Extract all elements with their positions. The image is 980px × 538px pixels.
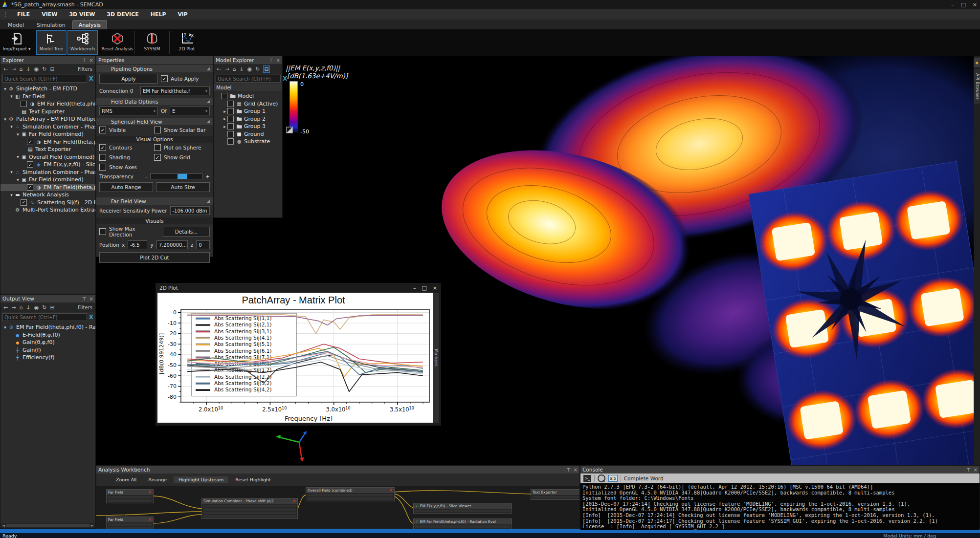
workbench-canvas[interactable]: Far Field×Far Field×Simulation Combiner …	[96, 486, 579, 529]
tree-item[interactable]: Model	[214, 92, 282, 100]
plot-2d-cut-button[interactable]: Plot 2D Cut	[99, 252, 210, 263]
item-checkbox[interactable]	[227, 101, 234, 107]
details-button[interactable]: Details...	[163, 227, 210, 237]
item-checkbox[interactable]: ✓	[27, 161, 33, 168]
tab-model[interactable]: Model	[2, 21, 30, 29]
transparency-minus[interactable]: -	[145, 173, 147, 179]
tree-item[interactable]: ✓Scattering Sij(f) - 2D Plot	[0, 199, 95, 207]
pin-icon[interactable]: ⊤	[82, 58, 87, 63]
visible-checkbox[interactable]: ✓	[99, 127, 106, 133]
item-checkbox[interactable]	[221, 93, 227, 99]
transparency-plus[interactable]: +	[205, 173, 210, 179]
down-icon[interactable]: ↓	[239, 66, 244, 72]
tree-item[interactable]: Grid (Active)	[214, 100, 282, 108]
close-icon[interactable]: ×	[433, 285, 437, 291]
2d-plot-window[interactable]: 2D Plot – □ × PatchArray - Matrix Plot 0…	[155, 282, 442, 426]
position-x-field[interactable]: -6.5	[128, 240, 147, 249]
receiver-sensitivity-field[interactable]: -106.000 dBm	[170, 206, 210, 215]
item-checkbox[interactable]	[227, 131, 234, 137]
down-icon[interactable]: ↓	[26, 66, 30, 72]
minimize-icon[interactable]: –	[951, 1, 954, 8]
api-browser-tab[interactable]: API Browser	[974, 69, 980, 104]
refresh-icon[interactable]: ↻	[42, 66, 46, 72]
clear-search-icon[interactable]: X	[89, 75, 93, 82]
pin-icon[interactable]: ⊤	[566, 467, 571, 473]
workbench-node[interactable]: Far Field×	[106, 516, 154, 529]
tree-item[interactable]: ▾PatchArray - EM FDTD Multiport	[0, 115, 95, 123]
tree-item[interactable]: ▾Overall Field (combined)	[0, 153, 95, 161]
maximize-icon[interactable]: □	[960, 1, 965, 8]
toolbar-button-imp-export[interactable]: Imp/Export ▾	[1, 30, 32, 55]
workbench-node[interactable]: Far Field×	[106, 489, 154, 503]
workbench-node[interactable]: Text Exporter×	[531, 489, 579, 500]
expander-icon[interactable]: ▾	[9, 94, 14, 99]
menu-item-file[interactable]: FILE	[11, 11, 36, 18]
workbench-button-highlight-upstream[interactable]: Highlight Upstream	[174, 476, 228, 483]
markers-side-tab[interactable]: Markers	[433, 293, 439, 423]
tree-item[interactable]: ▾SinglePatch - EM FDTD	[0, 85, 95, 93]
maximize-icon[interactable]: □	[422, 285, 426, 291]
tree-item[interactable]: ▾Far Field	[0, 93, 95, 101]
close-icon[interactable]: ×	[973, 1, 977, 8]
expander-icon[interactable]: ▾	[2, 325, 8, 330]
tree-item[interactable]: ▸Group 2	[214, 115, 282, 123]
tree-item[interactable]: EM Far Field(theta,phi,f0)⚠	[0, 100, 95, 108]
item-checkbox[interactable]: ✓	[27, 184, 33, 191]
expander-icon[interactable]: ▾	[2, 86, 8, 91]
expander-icon[interactable]: ▸	[222, 116, 227, 121]
forward-icon[interactable]: →	[11, 304, 16, 311]
refresh-icon[interactable]: ↻	[42, 304, 46, 311]
tree-item[interactable]: ▸Group 1	[214, 108, 282, 115]
item-checkbox[interactable]: ✓	[27, 139, 33, 145]
tree-item[interactable]: Gain(θ,φ,f0)	[0, 339, 95, 346]
back-icon[interactable]: ←	[3, 66, 8, 72]
expander-icon[interactable]: ▾	[2, 117, 8, 122]
rms-dropdown[interactable]: RMS▾	[99, 107, 158, 115]
spherical-field-view-header[interactable]: Spherical Field View◢	[96, 118, 213, 125]
item-checkbox[interactable]	[227, 116, 234, 122]
toolbar-button-model-tree[interactable]: Model Tree	[36, 30, 67, 55]
tree-item[interactable]: Ground	[214, 130, 282, 138]
tree-item[interactable]: Efficiency(f)	[0, 354, 95, 362]
remove-node-icon[interactable]: ×	[389, 488, 393, 493]
collapse-all-icon[interactable]: ⊟	[50, 304, 54, 311]
expander-icon[interactable]: ▾	[9, 170, 14, 174]
expander-icon[interactable]: ▾	[15, 177, 21, 182]
search-icon[interactable]	[598, 474, 605, 482]
expander-icon[interactable]: ▾	[9, 124, 14, 129]
item-checkbox[interactable]: ✓	[21, 199, 27, 206]
auto-size-button[interactable]: Auto Size	[156, 182, 210, 192]
clear-search-icon[interactable]: X	[283, 75, 287, 82]
collapse-all-icon[interactable]: ⊟	[263, 65, 269, 73]
tree-item[interactable]: ▾Network Analysis	[0, 191, 95, 199]
expander-icon[interactable]: ▸	[222, 109, 227, 114]
menu-item-3d-view[interactable]: 3D VIEW	[63, 11, 101, 18]
tab-analysis[interactable]: Analysis	[72, 20, 107, 29]
terminal-icon[interactable]: >_	[583, 475, 591, 482]
dock-tab-icon[interactable]: ◆	[974, 58, 980, 67]
tab-simulation[interactable]: Simulation	[31, 21, 71, 29]
eye-icon[interactable]: ◉	[34, 66, 39, 72]
auto-apply-checkbox[interactable]: ✓	[161, 75, 168, 82]
show-max-direction-checkbox[interactable]	[99, 228, 106, 235]
apply-button[interactable]: Apply	[99, 74, 158, 84]
remove-node-icon[interactable]: ×	[292, 499, 296, 503]
plot-window-titlebar[interactable]: 2D Plot – □ ×	[156, 283, 441, 293]
toolbar-button-workbench[interactable]: Workbench	[67, 30, 98, 55]
back-icon[interactable]: ←	[217, 66, 221, 72]
tree-item[interactable]: ▾Simulation Combiner - Phase=0	[0, 123, 95, 131]
close-icon[interactable]: ×	[974, 467, 978, 473]
pin-icon[interactable]: ⊤	[966, 467, 971, 473]
remove-node-icon[interactable]: ×	[148, 490, 152, 495]
filters-dropdown[interactable]: Filters	[78, 305, 92, 310]
expander-icon[interactable]: ▾	[9, 193, 14, 197]
close-icon[interactable]: ×	[89, 296, 93, 301]
menu-item-view[interactable]: VIEW	[36, 11, 63, 18]
down-icon[interactable]: ↓	[26, 304, 30, 311]
back-icon[interactable]: ←	[3, 304, 8, 311]
menu-item-vip[interactable]: ViP	[172, 11, 194, 18]
forward-icon[interactable]: →	[11, 66, 16, 72]
show-grid-checkbox[interactable]: ✓	[154, 154, 161, 161]
far-field-view-header[interactable]: Far Field View◢	[96, 197, 213, 205]
field-data-options-header[interactable]: Field Data Options◢	[96, 98, 213, 105]
